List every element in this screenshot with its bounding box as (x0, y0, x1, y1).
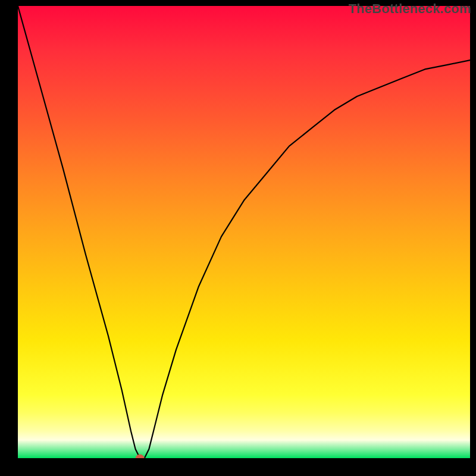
optimal-point-marker (136, 455, 144, 458)
bottleneck-curve-path (18, 6, 470, 458)
chart-frame: TheBottleneck.com (0, 0, 476, 476)
plot-area (18, 6, 470, 458)
watermark-text: TheBottleneck.com (349, 1, 471, 17)
curve-svg (18, 6, 470, 458)
